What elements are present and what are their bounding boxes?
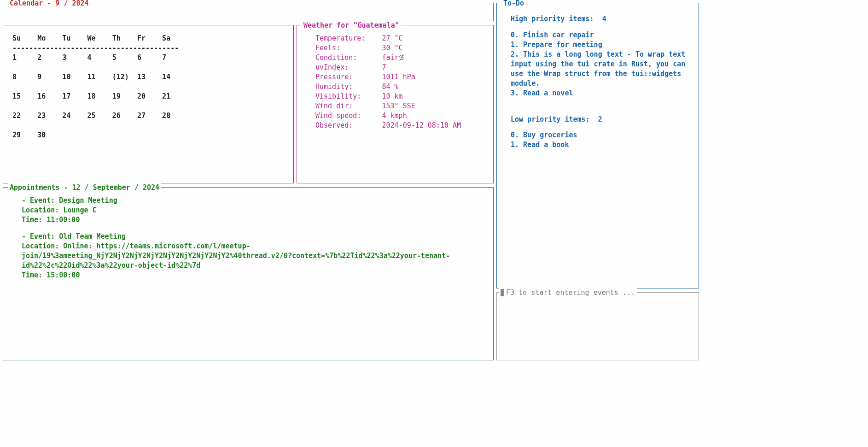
weather-row: Humidity: 84 % (315, 82, 486, 92)
todo-item: 0. Buy groceries (511, 130, 691, 140)
todo-item: 3. Read a novel (511, 88, 691, 98)
todo-title-legend: To-Do (501, 0, 526, 8)
calendar-grid-panel[interactable]: Su Mo Tu We Th Fr Sa -------------------… (3, 25, 294, 183)
todo-high-header: High priority items: 4 (511, 14, 691, 24)
calendar-separator: ---------------------------------------- (12, 43, 286, 53)
event-input-legend: F3 to start entering events ... (499, 288, 637, 298)
appointments-panel: Appointments - 12 / September / 2024 - E… (3, 187, 494, 360)
weather-row: uvIndex: 7 (315, 63, 486, 72)
weather-rows: Temperature: 27 °CFeels: 30 °CCondition:… (315, 34, 486, 130)
appointment-event: - Event: Design MeetingLocation: Lounge … (22, 196, 486, 225)
appointment-event-name: - Event: Design Meeting (22, 196, 486, 206)
weather-title-legend: Weather for "Guatemala" (302, 21, 401, 30)
todo-low-header: Low priority items: 2 (511, 115, 691, 124)
calendar-week-row: 22 23 24 25 26 27 28 (12, 111, 286, 121)
calendar-week-row: 15 16 17 18 19 20 21 (12, 92, 286, 101)
appointment-event-location: Location: Online: https://teams.microsof… (22, 241, 486, 271)
appointment-event-time: Time: 11:00:00 (22, 215, 486, 225)
weather-row: Observed: 2024-09-12 08:10 AM (315, 121, 486, 130)
todo-high-items: 0. Finish car repair1. Prepare for meeti… (511, 30, 691, 98)
calendar-week-row: 1 2 3 4 5 6 7 (12, 53, 286, 63)
todo-item: 2. This is a long long text - To wrap te… (511, 50, 691, 88)
todo-low-count: 2 (598, 115, 602, 124)
weather-row: Wind dir: 153° SSE (315, 101, 486, 111)
appointments-title-legend: Appointments - 12 / September / 2024 (8, 183, 161, 193)
calendar-week-row: 8 9 10 11 (12) 13 14 (12, 72, 286, 82)
event-input-panel[interactable]: F3 to start entering events ... (496, 292, 699, 360)
cursor-icon (501, 289, 504, 296)
calendar-weekday-row: Su Mo Tu We Th Fr Sa (12, 34, 286, 43)
appointments-list: - Event: Design MeetingLocation: Lounge … (22, 196, 486, 280)
event-input-hint: F3 to start entering events ... (506, 288, 635, 297)
calendar-title-panel: Calendar - 9 / 2024 (3, 3, 494, 21)
appointment-event: - Event: Old Team MeetingLocation: Onlin… (22, 232, 486, 280)
weather-row: Temperature: 27 °C (315, 34, 486, 43)
weather-row: Visibility: 10 km (315, 92, 486, 101)
calendar-week-row: 29 30 (12, 130, 286, 140)
weather-row: Condition: fair🌫 (315, 53, 486, 63)
todo-high-count: 4 (602, 15, 606, 23)
todo-high-label: High priority items: (511, 15, 594, 23)
todo-low-label: Low priority items: (511, 115, 590, 124)
todo-item: 1. Read a book (511, 140, 691, 150)
todo-low-items: 0. Buy groceries1. Read a book (511, 130, 691, 150)
appointment-event-name: - Event: Old Team Meeting (22, 232, 486, 241)
todo-item: 0. Finish car repair (511, 30, 691, 40)
weather-row: Wind speed: 4 kmph (315, 111, 486, 121)
appointment-event-time: Time: 15:00:00 (22, 271, 486, 280)
todo-item: 1. Prepare for meeting (511, 40, 691, 50)
calendar-content: Su Mo Tu We Th Fr Sa -------------------… (12, 34, 286, 140)
weather-panel: Weather for "Guatemala" Temperature: 27 … (297, 25, 494, 183)
todo-panel: To-Do High priority items: 4 0. Finish c… (496, 3, 699, 288)
appointment-event-location: Location: Lounge C (22, 206, 486, 215)
calendar-title-legend: Calendar - 9 / 2024 (8, 0, 91, 8)
weather-row: Pressure: 1011 hPa (315, 72, 486, 82)
weather-row: Feels: 30 °C (315, 43, 486, 53)
